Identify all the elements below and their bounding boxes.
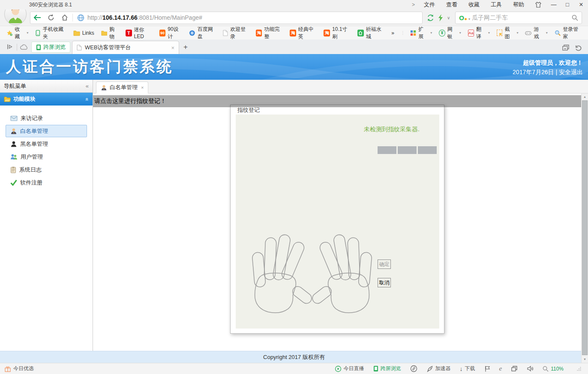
bookmark-baidu-pan[interactable]: 百度网盘: [186, 28, 219, 38]
envelope-icon: [10, 115, 18, 121]
bookmark-label: 10.1寸刷: [332, 26, 351, 40]
browser-tab-active[interactable]: WEB访客管理平台 ×: [72, 41, 179, 54]
games-button[interactable]: 游戏 ▾: [522, 28, 550, 38]
bookmark-label: 欢迎登录: [230, 26, 249, 40]
maximize-button[interactable]: □: [561, 0, 574, 9]
dialog-ok-button[interactable]: 确定: [378, 259, 391, 269]
quick-access-label: 跨屏浏览: [43, 43, 66, 51]
sidebar-items: 来访记录 白名单管理 黑名单管理 用户管理 系统日志 软件注册: [0, 106, 93, 189]
ie-compat-icon[interactable]: e: [499, 365, 502, 372]
logout-link[interactable]: 安全退出: [559, 69, 583, 75]
check-icon: [10, 180, 17, 186]
bookmark-mobile-favorites[interactable]: 手机收藏夹: [32, 28, 69, 38]
fingerprint-button-2[interactable]: [398, 146, 417, 154]
speaker-icon[interactable]: [527, 365, 534, 372]
sidebar-item-visit-records[interactable]: 来访记录: [6, 112, 87, 124]
url-input[interactable]: http://106.14.17.66:8081/Home/MainPage#: [74, 12, 422, 24]
bookmark-taobao-3[interactable]: 淘 10.1寸刷: [321, 28, 354, 38]
bookmark-favorites[interactable]: 收藏 ▾: [3, 28, 31, 38]
menu-help[interactable]: 帮助: [507, 1, 530, 9]
no-trace-refresh-icon[interactable]: [427, 14, 434, 21]
bookmark-90-design[interactable]: 90 90设计: [156, 28, 186, 38]
scrollbar-thumb[interactable]: [582, 100, 588, 355]
collapse-up-icon[interactable]: «: [84, 97, 90, 100]
sidebar-item-software-register[interactable]: 软件注册: [6, 176, 87, 189]
window-size-icon[interactable]: [511, 365, 518, 372]
today-live-button[interactable]: 今日直播: [335, 365, 364, 372]
skin-icon[interactable]: [530, 1, 547, 8]
bookmark-taobao-1[interactable]: 淘 功能完整: [253, 28, 286, 38]
toolbar-chevron-icon[interactable]: ∨: [447, 15, 450, 20]
fingerprint-button-1[interactable]: [378, 146, 396, 154]
folder-icon: [101, 30, 108, 36]
sidebar-item-blacklist[interactable]: 黑名单管理: [6, 138, 87, 150]
search-input[interactable]: [472, 14, 570, 21]
new-tab-button[interactable]: +: [179, 42, 192, 53]
content-tab-close-icon[interactable]: ×: [141, 85, 144, 90]
online-bank-button[interactable]: ¥ 网银 ▾: [436, 28, 464, 38]
bookmark-taobao-2[interactable]: 淘 经典中英: [287, 28, 320, 38]
content-tab-whitelist[interactable]: 白名单管理 ×: [96, 81, 148, 94]
close-button[interactable]: ×: [574, 0, 588, 9]
bookmarks-overflow-button[interactable]: »: [388, 28, 397, 38]
speed-lightning-icon[interactable]: [438, 14, 444, 21]
sidebar-title: 导航菜单: [4, 82, 26, 90]
tab-list-icon[interactable]: [562, 45, 570, 51]
bookmark-folder-links[interactable]: Links: [70, 28, 97, 38]
sidebar-item-whitelist[interactable]: 白名单管理: [6, 125, 87, 137]
menu-expander-icon[interactable]: >: [408, 2, 418, 8]
sidebar-item-user-management[interactable]: 用户管理: [6, 151, 87, 163]
toolbar-separator: [72, 14, 73, 21]
bookmark-qifu[interactable]: 祈福水城: [354, 28, 387, 38]
search-icon[interactable]: [572, 15, 578, 21]
navigation-sidebar: 导航菜单 « 功能模块 « 来访记录 白名单管理 黑名单管理 用户管理: [0, 80, 93, 351]
taobao-icon: 淘: [324, 30, 330, 36]
accelerator-button[interactable]: 加速器: [426, 365, 451, 372]
person-suit-icon: [101, 84, 107, 91]
back-button[interactable]: [30, 12, 44, 24]
refresh-button[interactable]: [44, 12, 58, 24]
bookmark-welcome-login[interactable]: 欢迎登录: [220, 28, 252, 38]
tab-sidebar-toggle-icon[interactable]: [4, 40, 15, 53]
cross-screen-status-button[interactable]: 跨屏浏览: [373, 365, 401, 372]
bookmark-folder-shopping[interactable]: 购物: [98, 28, 122, 38]
flag-icon[interactable]: [484, 365, 490, 372]
resize-grip[interactable]: [577, 367, 581, 371]
scroll-down-arrow[interactable]: ▼: [582, 356, 588, 363]
fingerprint-button-3[interactable]: [418, 146, 437, 154]
search-box[interactable]: O ▾: [455, 12, 582, 24]
download-button[interactable]: ↓ 下载: [460, 365, 475, 372]
cross-screen-browse-button[interactable]: 跨屏浏览: [31, 42, 70, 53]
scroll-up-arrow[interactable]: ▲: [582, 94, 588, 100]
sidebar-item-system-log[interactable]: 系统日志: [6, 163, 87, 176]
translate-button[interactable]: Aa 翻译 ▾: [465, 28, 493, 38]
zoom-control[interactable]: 110%: [543, 366, 564, 372]
screenshot-button[interactable]: 截图 ▾: [494, 28, 521, 38]
phone-icon: [35, 30, 41, 36]
folder-icon: [73, 30, 80, 36]
search-engine-dropdown-icon[interactable]: ▾: [468, 17, 470, 21]
hands-outline-graphic: [248, 232, 376, 314]
extensions-button[interactable]: 扩展 ▾: [407, 28, 435, 38]
tab-close-icon[interactable]: ×: [171, 45, 174, 51]
url-host: 106.14.17.66: [102, 14, 138, 21]
cloud-sync-icon[interactable]: [18, 40, 30, 53]
search-engine-logo[interactable]: O: [459, 14, 464, 21]
dialog-cancel-button[interactable]: 取消: [378, 278, 391, 287]
content-tab-bar: 白名单管理 ×: [93, 80, 588, 94]
menu-tools[interactable]: 工具: [485, 1, 507, 9]
menu-view[interactable]: 查看: [441, 1, 463, 9]
browser-mode-icon[interactable]: [410, 365, 417, 372]
minimize-button[interactable]: —: [547, 0, 561, 9]
home-button[interactable]: [58, 12, 72, 24]
sidebar-group-function-modules[interactable]: 功能模块 «: [0, 93, 93, 106]
vertical-scrollbar[interactable]: ▲ ▼: [581, 94, 588, 363]
sidebar-collapse-icon[interactable]: «: [86, 83, 89, 89]
menu-file[interactable]: 文件: [418, 1, 441, 9]
bookmark-mini-led[interactable]: T 迷你LED: [123, 28, 156, 38]
fingerprint-hint-link[interactable]: 请点击这里进行指纹登记！: [93, 97, 166, 105]
login-keeper-button[interactable]: 登录管家: [552, 28, 585, 38]
today-picks-button[interactable]: 今日优选: [4, 365, 34, 372]
restore-closed-tab-icon[interactable]: [575, 45, 582, 51]
menu-favorites[interactable]: 收藏: [463, 1, 485, 9]
